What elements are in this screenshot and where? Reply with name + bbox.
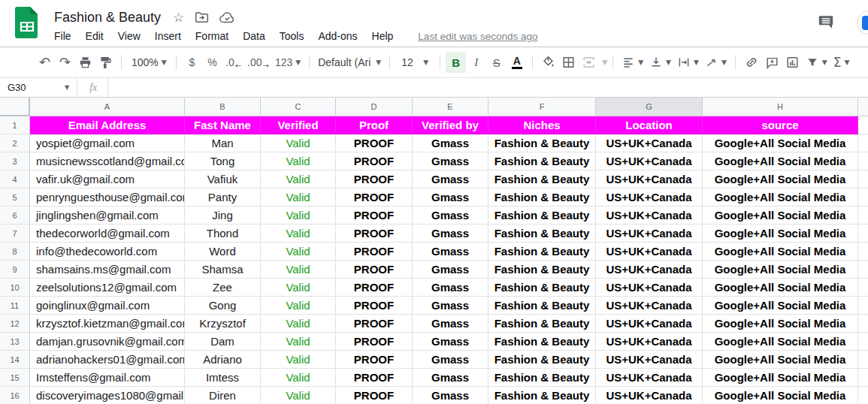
row-header-3[interactable]: 3 (0, 152, 30, 170)
cell-B5[interactable]: Panty (185, 188, 261, 207)
cell-F1[interactable]: Niches (488, 116, 596, 134)
cell-A7[interactable]: thedecorworld@gmail.com (30, 225, 185, 243)
cell-H11[interactable]: Google+All Social Media (703, 297, 858, 315)
cell-A16[interactable]: discoveryimages1080@gmail.com (30, 387, 185, 404)
format-currency-button[interactable]: $ (182, 52, 202, 73)
cell-partial-1[interactable] (858, 116, 868, 134)
cell-H13[interactable]: Google+All Social Media (703, 333, 858, 351)
cell-B1[interactable]: Fast Name (185, 116, 261, 134)
cell-F7[interactable]: Fashion & Beauty (488, 225, 596, 243)
cell-D12[interactable]: PROOF (336, 315, 413, 333)
cell-G12[interactable]: US+UK+Canada (596, 315, 703, 333)
cell-A5[interactable]: penrynguesthouse@gmail.com (30, 188, 185, 207)
cell-A1[interactable]: Email Address (30, 116, 185, 134)
undo-button[interactable]: ↶ (35, 52, 55, 73)
cell-F11[interactable]: Fashion & Beauty (488, 297, 596, 315)
borders-button[interactable] (558, 52, 579, 73)
column-header-A[interactable]: A (30, 98, 185, 116)
cell-D10[interactable]: PROOF (336, 279, 413, 297)
more-formats-button[interactable]: 123▼ (272, 52, 304, 73)
cell-partial-15[interactable] (858, 369, 868, 387)
menu-insert[interactable]: Insert (155, 30, 181, 42)
row-header-5[interactable]: 5 (0, 188, 30, 207)
cell-D3[interactable]: PROOF (336, 152, 413, 170)
cell-A13[interactable]: damjan.grusovnik@gmail.com (30, 333, 185, 351)
row-header-11[interactable]: 11 (0, 297, 30, 315)
cell-C12[interactable]: Valid (261, 315, 336, 333)
cell-C8[interactable]: Valid (261, 243, 336, 261)
cell-C11[interactable]: Valid (261, 297, 336, 315)
menu-help[interactable]: Help (372, 30, 394, 42)
select-all-corner[interactable] (0, 98, 30, 116)
cell-B2[interactable]: Man (185, 134, 261, 152)
cell-partial-12[interactable] (858, 315, 868, 333)
font-size-select[interactable]: 12▼ (395, 52, 434, 73)
cell-B12[interactable]: Krzysztof (185, 315, 261, 333)
cell-E5[interactable]: Gmass (413, 188, 488, 207)
cell-G11[interactable]: US+UK+Canada (596, 297, 703, 315)
cell-B4[interactable]: Vafiuk (185, 170, 261, 188)
cell-partial-14[interactable] (858, 351, 868, 369)
cell-F5[interactable]: Fashion & Beauty (488, 188, 596, 207)
cell-B8[interactable]: Word (185, 243, 261, 261)
bold-button[interactable]: B (446, 52, 466, 73)
column-header-G[interactable]: G (596, 98, 703, 116)
cell-F2[interactable]: Fashion & Beauty (488, 134, 596, 152)
menu-file[interactable]: File (54, 30, 71, 42)
cell-E14[interactable]: Gmass (413, 351, 488, 369)
print-button[interactable] (75, 52, 95, 73)
cell-E15[interactable]: Gmass (413, 369, 488, 387)
sheets-logo-icon[interactable] (15, 7, 39, 41)
cell-partial-8[interactable] (858, 243, 868, 261)
cell-A12[interactable]: krzysztof.kietzman@gmail.com (30, 315, 185, 333)
vertical-align-button[interactable]: ▼ (646, 52, 674, 73)
cell-F10[interactable]: Fashion & Beauty (488, 279, 596, 297)
cell-E16[interactable]: Gmass (413, 387, 488, 404)
cell-C9[interactable]: Valid (261, 261, 336, 279)
cell-partial-10[interactable] (858, 279, 868, 297)
cell-B13[interactable]: Dam (185, 333, 261, 351)
text-rotation-button[interactable]: ▼ (702, 52, 730, 73)
cell-C5[interactable]: Valid (261, 188, 336, 207)
row-header-13[interactable]: 13 (0, 333, 30, 351)
cell-H16[interactable]: Google+All Social Media (703, 387, 858, 404)
cell-C4[interactable]: Valid (261, 170, 336, 188)
cell-partial-13[interactable] (858, 333, 868, 351)
cell-F12[interactable]: Fashion & Beauty (488, 315, 596, 333)
cell-C15[interactable]: Valid (261, 369, 336, 387)
cell-F8[interactable]: Fashion & Beauty (488, 243, 596, 261)
cell-H4[interactable]: Google+All Social Media (703, 170, 858, 188)
menu-edit[interactable]: Edit (86, 30, 104, 42)
cell-E10[interactable]: Gmass (413, 279, 488, 297)
cell-E6[interactable]: Gmass (413, 207, 488, 225)
cell-E1[interactable]: Verified by (413, 116, 488, 134)
row-header-14[interactable]: 14 (0, 351, 30, 369)
functions-button[interactable]: Σ▼ (830, 52, 853, 73)
cell-G13[interactable]: US+UK+Canada (596, 333, 703, 351)
cell-partial-2[interactable] (858, 134, 868, 152)
row-header-1[interactable]: 1 (0, 116, 30, 134)
filter-button[interactable]: ▼ (803, 52, 830, 73)
cell-A2[interactable]: yospiet@gmail.com (30, 134, 185, 152)
cell-D5[interactable]: PROOF (336, 188, 413, 207)
fill-color-button[interactable] (538, 52, 558, 73)
cell-partial-9[interactable] (858, 261, 868, 279)
menu-data[interactable]: Data (243, 30, 265, 42)
star-icon[interactable]: ☆ (173, 11, 184, 24)
cell-F16[interactable]: Fashion & Beauty (488, 387, 596, 404)
name-box-caret-icon[interactable]: ▼ (65, 84, 69, 91)
row-header-15[interactable]: 15 (0, 369, 30, 387)
cell-G1[interactable]: Location (596, 116, 703, 134)
cell-G10[interactable]: US+UK+Canada (596, 279, 703, 297)
cell-D16[interactable]: PROOF (336, 387, 413, 404)
cell-E12[interactable]: Gmass (413, 315, 488, 333)
cell-F14[interactable]: Fashion & Beauty (488, 351, 596, 369)
cell-E4[interactable]: Gmass (413, 170, 488, 188)
cell-E9[interactable]: Gmass (413, 261, 488, 279)
column-header-partial[interactable] (858, 98, 868, 116)
row-header-4[interactable]: 4 (0, 170, 30, 188)
cell-F15[interactable]: Fashion & Beauty (488, 369, 596, 387)
cell-B16[interactable]: Diren (185, 387, 261, 404)
cell-H1[interactable]: source (703, 116, 858, 134)
move-folder-icon[interactable] (195, 11, 209, 23)
